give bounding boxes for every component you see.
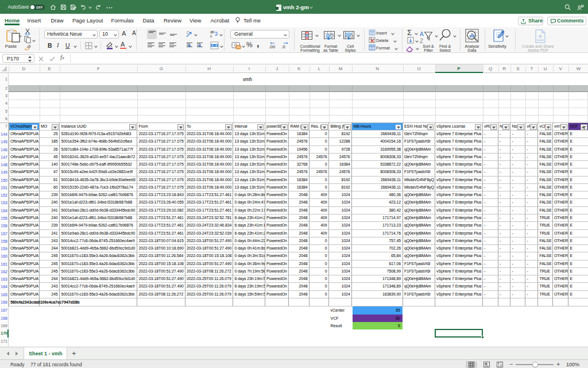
svg-text:ab: ab — [210, 30, 215, 34]
svg-text:c: c — [210, 34, 212, 38]
svg-text:.00: .00 — [269, 44, 276, 49]
svg-text:Z: Z — [420, 38, 423, 44]
svg-text:A: A — [420, 31, 424, 37]
svg-text:.0: .0 — [281, 44, 285, 49]
